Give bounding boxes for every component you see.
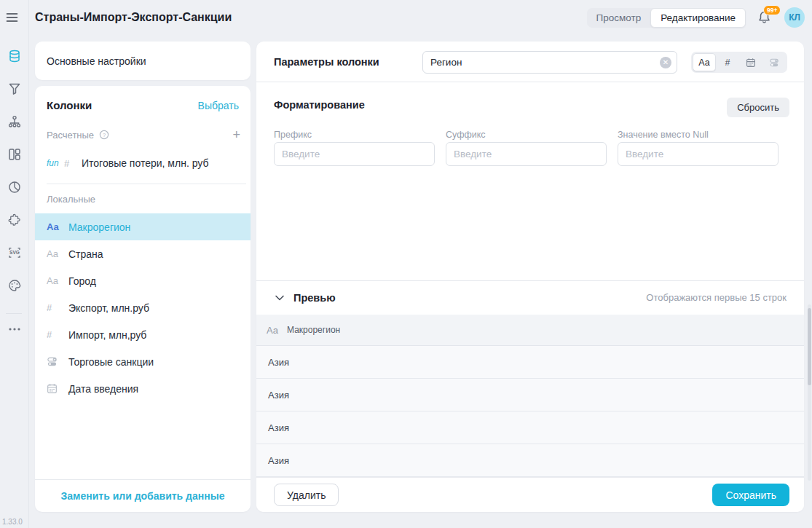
text-type-icon: Aa bbox=[47, 275, 63, 286]
table-row: Азия bbox=[256, 411, 804, 444]
table-row: Азия bbox=[256, 444, 804, 477]
preview-rows-info: Отображаются первые 15 строк bbox=[646, 292, 787, 303]
top-bar: Страны-Импорт-Экспорт-Санкции Просмотр Р… bbox=[29, 0, 812, 35]
text-type-icon: Aa bbox=[47, 221, 63, 232]
formatting-title: Форматирование bbox=[274, 99, 365, 111]
suffix-label: Суффикс bbox=[446, 130, 486, 140]
type-date-button[interactable] bbox=[739, 53, 762, 71]
save-button[interactable]: Сохранить bbox=[712, 484, 789, 506]
prefix-input[interactable] bbox=[274, 142, 435, 166]
add-calculated-column-button[interactable]: + bbox=[232, 128, 240, 141]
hierarchy-icon[interactable] bbox=[8, 115, 21, 128]
dataset-icon[interactable] bbox=[8, 50, 21, 63]
page-title: Страны-Импорт-Экспорт-Санкции bbox=[35, 11, 587, 24]
layout-icon[interactable] bbox=[8, 148, 21, 161]
boolean-type-icon bbox=[47, 356, 63, 367]
scrollbar-thumb[interactable] bbox=[808, 308, 811, 385]
select-columns-link[interactable]: Выбрать bbox=[198, 100, 239, 111]
table-row: Азия bbox=[256, 346, 804, 379]
column-item-label: Дата введения bbox=[68, 383, 138, 395]
palette-icon[interactable] bbox=[8, 279, 21, 292]
delete-button[interactable]: Удалить bbox=[274, 484, 339, 506]
text-type-icon: Аа bbox=[267, 325, 278, 336]
column-item-label: Страна bbox=[68, 248, 103, 260]
column-item-label: Экспорт, млн.руб bbox=[68, 302, 149, 314]
toggle-icon bbox=[769, 58, 779, 68]
replace-data-row: Заменить или добавить данные bbox=[35, 479, 251, 512]
column-item-city[interactable]: Aa Город bbox=[35, 267, 251, 294]
prefix-label: Префикс bbox=[274, 130, 312, 140]
left-icon-rail: SVG 1.33.0 bbox=[0, 0, 29, 528]
reset-button[interactable]: Сбросить bbox=[727, 98, 789, 117]
preview-header: Превью Отображаются первые 15 строк bbox=[256, 280, 804, 315]
help-icon[interactable]: ? bbox=[99, 130, 109, 140]
table-row: Азия bbox=[256, 379, 804, 411]
chevron-down-icon[interactable] bbox=[275, 295, 284, 301]
column-item-date[interactable]: Дата введения bbox=[35, 375, 251, 402]
calculated-section-label: Расчетные bbox=[47, 130, 94, 141]
rail-divider bbox=[6, 313, 22, 314]
chart-icon[interactable] bbox=[8, 181, 21, 194]
columns-panel: Колонки Выбрать Расчетные ? + fun # Итог… bbox=[35, 86, 251, 512]
column-item-sanctions[interactable]: Торговые санкции bbox=[35, 348, 251, 375]
hamburger-menu-icon[interactable] bbox=[6, 12, 18, 23]
puzzle-icon[interactable] bbox=[8, 213, 21, 226]
column-params-panel: Параметры колонки ✕ Aa # Форматирован bbox=[256, 42, 804, 512]
number-type-icon: # bbox=[47, 329, 63, 340]
main-settings-button[interactable]: Основные настройки bbox=[35, 42, 251, 80]
app-version: 1.33.0 bbox=[2, 518, 23, 526]
columns-title: Колонки bbox=[47, 99, 92, 111]
mode-toggle: Просмотр Редактирование bbox=[587, 8, 746, 28]
column-item-label: Город bbox=[68, 275, 96, 287]
column-name-input[interactable] bbox=[422, 51, 677, 74]
more-icon[interactable] bbox=[0, 328, 28, 331]
column-item-label: Макрорегион bbox=[68, 221, 130, 233]
preview-table-header: Аа Макрорегион bbox=[256, 315, 804, 346]
column-item-export[interactable]: # Экспорт, млн.руб bbox=[35, 294, 251, 321]
mode-edit-button[interactable]: Редактирование bbox=[650, 8, 746, 28]
column-params-title: Параметры колонки bbox=[274, 56, 379, 68]
column-item-country[interactable]: Aa Страна bbox=[35, 240, 251, 267]
svg-text:SVG: SVG bbox=[9, 250, 20, 255]
type-boolean-button[interactable] bbox=[762, 53, 786, 71]
column-item-label: Импорт, млн,руб bbox=[68, 329, 146, 341]
null-value-input[interactable] bbox=[618, 142, 779, 166]
column-item-label: Торговые санкции bbox=[68, 356, 154, 368]
null-value-label: Значение вместо Null bbox=[618, 130, 709, 140]
calendar-icon bbox=[746, 58, 756, 68]
suffix-input[interactable] bbox=[446, 142, 607, 166]
replace-or-add-data-link[interactable]: Заменить или добавить данные bbox=[61, 490, 225, 502]
svg-icon[interactable]: SVG bbox=[8, 246, 21, 259]
clear-input-icon[interactable]: ✕ bbox=[660, 57, 671, 68]
column-item-macroregion[interactable]: Aa Макрорегион bbox=[35, 213, 251, 240]
date-type-icon bbox=[47, 383, 63, 394]
preview-title: Превью bbox=[293, 292, 336, 304]
type-text-button[interactable]: Aa bbox=[693, 53, 716, 71]
column-item-calculated[interactable]: fun # Итоговые потери, млн. руб bbox=[35, 149, 251, 177]
column-item-import[interactable]: # Импорт, млн,руб bbox=[35, 321, 251, 348]
svg-text:?: ? bbox=[103, 132, 106, 138]
number-type-icon: # bbox=[64, 158, 82, 169]
number-type-icon: # bbox=[47, 302, 63, 313]
local-section-label: Локальные bbox=[47, 194, 95, 205]
preview-column-header: Макрорегион bbox=[287, 325, 340, 335]
notifications-badge: 99+ bbox=[763, 5, 781, 15]
mode-view-button[interactable]: Просмотр bbox=[587, 8, 651, 28]
formula-icon: fun bbox=[47, 158, 64, 168]
avatar[interactable]: КЛ bbox=[784, 7, 805, 28]
footer-bar: Удалить Сохранить bbox=[256, 477, 804, 512]
column-type-switcher: Aa # bbox=[691, 52, 787, 73]
notifications-bell[interactable]: 99+ bbox=[757, 10, 771, 25]
filter-icon[interactable] bbox=[8, 82, 21, 95]
text-type-icon: Aa bbox=[47, 248, 63, 259]
divider bbox=[47, 184, 246, 184]
column-item-label: Итоговые потери, млн. руб bbox=[82, 157, 208, 169]
type-number-button[interactable]: # bbox=[716, 53, 739, 71]
